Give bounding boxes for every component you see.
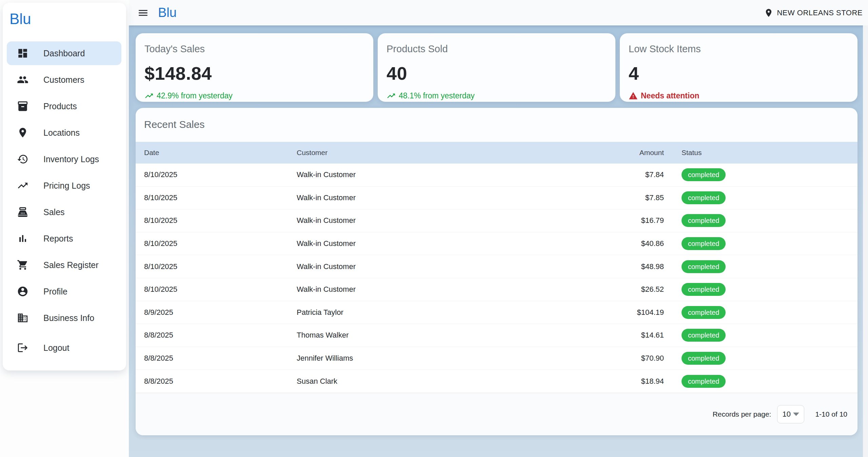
table-row: 8/10/2025 Walk-in Customer $7.85 complet… — [136, 187, 857, 210]
sidebar-item-customers[interactable]: Customers — [7, 68, 121, 92]
cell-amount: $70.90 — [528, 354, 664, 363]
cell-amount: $16.79 — [528, 216, 664, 225]
cell-status: completed — [664, 352, 854, 365]
history-icon — [17, 153, 28, 165]
sidebar-item-reports[interactable]: Reports — [7, 227, 121, 250]
cell-date: 8/8/2025 — [144, 377, 297, 386]
sidebar-item-label: Business Info — [43, 313, 94, 323]
cell-date: 8/9/2025 — [144, 308, 297, 317]
table-row: 8/10/2025 Walk-in Customer $16.79 comple… — [136, 209, 857, 232]
sidebar-item-label: Sales Register — [43, 260, 99, 270]
store-name: NEW ORLEANS STORE — [777, 8, 863, 17]
stat-change: 42.9% from yesterday — [144, 91, 362, 100]
cell-customer: Walk-in Customer — [297, 239, 528, 248]
logout-icon — [17, 342, 28, 354]
sidebar-item-sales[interactable]: Sales — [7, 200, 121, 224]
cell-amount: $18.94 — [528, 377, 664, 386]
cell-status: completed — [664, 214, 854, 227]
sidebar-item-locations[interactable]: Locations — [7, 121, 121, 145]
table-row: 8/10/2025 Walk-in Customer $26.52 comple… — [136, 278, 857, 301]
sidebar-item-label: Inventory Logs — [43, 154, 99, 164]
menu-icon — [137, 7, 149, 19]
scrollbar-track[interactable] — [863, 25, 868, 457]
sidebar-item-label: Dashboard — [43, 49, 85, 58]
store-selector[interactable]: NEW ORLEANS STORE — [764, 8, 863, 18]
stat-title: Today's Sales — [144, 43, 362, 55]
menu-button[interactable] — [137, 7, 149, 19]
sidebar-item-label: Sales — [43, 207, 65, 217]
sidebar-card: Blu Dashboard Customers Products Locatio… — [3, 3, 126, 370]
cell-customer: Jennifer Williams — [297, 354, 528, 363]
status-badge: completed — [682, 237, 726, 250]
cell-date: 8/10/2025 — [144, 170, 297, 179]
location-pin-icon — [17, 127, 28, 138]
stat-change: Needs attention — [629, 91, 847, 100]
cell-status: completed — [664, 283, 854, 296]
sidebar-item-label: Products — [43, 101, 77, 111]
sidebar-item-business-info[interactable]: Business Info — [7, 306, 121, 330]
sidebar-item-label: Logout — [43, 343, 69, 353]
column-header-status: Status — [664, 149, 854, 157]
sidebar-item-dashboard[interactable]: Dashboard — [7, 41, 121, 65]
app-title: Blu — [158, 5, 177, 20]
table-footer: Records per page: 10 1-10 of 10 — [136, 393, 857, 435]
cell-customer: Walk-in Customer — [297, 285, 528, 294]
sidebar-item-profile[interactable]: Profile — [7, 280, 121, 303]
sidebar-item-products[interactable]: Products — [7, 94, 121, 118]
sidebar-item-inventory-logs[interactable]: Inventory Logs — [7, 147, 121, 171]
sidebar-item-sales-register[interactable]: Sales Register — [7, 253, 121, 277]
sidebar-logo: Blu — [3, 10, 126, 28]
stat-change-text: 42.9% from yesterday — [157, 91, 233, 100]
stat-card-todays-sales: Today's Sales $148.84 42.9% from yesterd… — [136, 33, 373, 102]
stat-change-text: Needs attention — [641, 91, 699, 100]
table-header-row: DateCustomerAmountStatus — [136, 142, 857, 164]
sidebar-item-logout[interactable]: Logout — [7, 336, 121, 360]
table-row: 8/8/2025 Thomas Walker $14.61 completed — [136, 324, 857, 347]
cell-date: 8/10/2025 — [144, 285, 297, 294]
column-header-amount: Amount — [528, 149, 664, 157]
cell-status: completed — [664, 191, 854, 204]
cell-status: completed — [664, 237, 854, 250]
sidebar-item-label: Profile — [43, 287, 67, 297]
customers-icon — [17, 74, 28, 85]
content-area: Today's Sales $148.84 42.9% from yesterd… — [129, 25, 863, 457]
cell-customer: Patricia Taylor — [297, 308, 528, 317]
recent-sales-card: Recent Sales DateCustomerAmountStatus 8/… — [136, 108, 857, 435]
table-row: 8/10/2025 Walk-in Customer $40.86 comple… — [136, 232, 857, 255]
cell-customer: Walk-in Customer — [297, 170, 528, 179]
trending-up-icon — [144, 91, 154, 100]
cell-customer: Susan Clark — [297, 377, 528, 386]
stat-value: $148.84 — [144, 63, 362, 84]
sidebar-item-label: Pricing Logs — [43, 181, 90, 191]
point-of-sale-icon — [17, 206, 28, 218]
cell-amount: $40.86 — [528, 239, 664, 248]
pagination-range: 1-10 of 10 — [815, 410, 847, 418]
status-badge: completed — [682, 260, 726, 273]
cell-status: completed — [664, 260, 854, 273]
cell-customer: Walk-in Customer — [297, 262, 528, 271]
cell-date: 8/10/2025 — [144, 216, 297, 225]
cell-amount: $104.19 — [528, 308, 664, 317]
cell-amount: $26.52 — [528, 285, 664, 294]
main-area: Blu NEW ORLEANS STORE Today's Sales $148… — [129, 0, 868, 457]
status-badge: completed — [682, 168, 726, 181]
sidebar-item-label: Customers — [43, 75, 84, 85]
trending-up-icon — [17, 180, 28, 191]
dashboard-icon — [17, 47, 28, 59]
stat-title: Products Sold — [387, 43, 605, 55]
stat-card-low-stock-items: Low Stock Items 4 Needs attention — [620, 33, 857, 102]
cell-status: completed — [664, 168, 854, 181]
cell-date: 8/8/2025 — [144, 331, 297, 340]
table-row: 8/9/2025 Patricia Taylor $104.19 complet… — [136, 301, 857, 324]
recent-sales-title: Recent Sales — [136, 108, 857, 142]
chevron-down-icon — [793, 413, 799, 416]
stat-value: 40 — [387, 63, 605, 84]
column-header-date: Date — [144, 149, 297, 157]
records-per-page-select[interactable]: 10 — [777, 405, 804, 423]
sidebar-item-pricing-logs[interactable]: Pricing Logs — [7, 174, 121, 197]
cell-customer: Walk-in Customer — [297, 193, 528, 202]
status-badge: completed — [682, 191, 726, 204]
cell-amount: $7.84 — [528, 170, 664, 179]
cell-date: 8/10/2025 — [144, 193, 297, 202]
bar-chart-icon — [17, 233, 28, 244]
